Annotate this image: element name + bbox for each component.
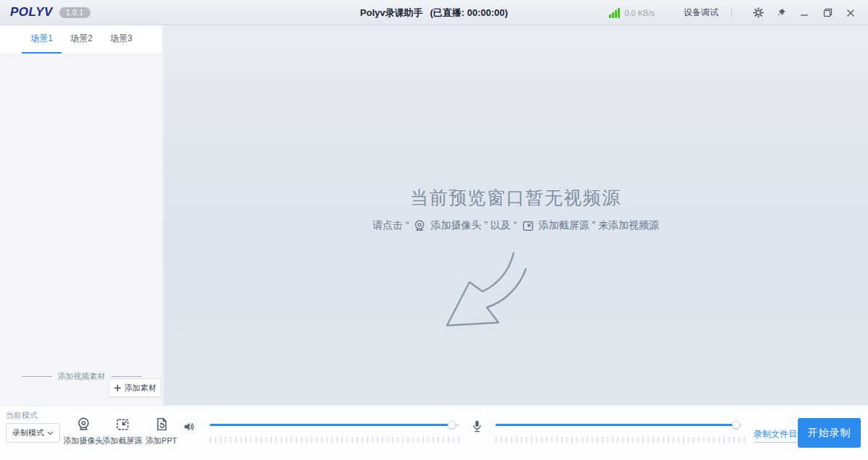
tab-scene-3[interactable]: 场景3 <box>101 25 141 54</box>
speaker-icon[interactable] <box>182 420 195 436</box>
scene-sidebar: 场景1 场景2 场景3 添加视频素材 添加素材 <box>0 25 163 405</box>
device-debug-button[interactable]: 设备调试 <box>684 7 718 19</box>
empty-preview-hint: 请点击 “ 添加摄像头 ” 以及 “ 添加截屏源 ” 来添加视频源 <box>163 219 868 232</box>
live-duration: (已直播: 00:00:00) <box>430 7 509 20</box>
mic-level-meter <box>495 437 745 443</box>
add-camera-label: 添加摄像头 <box>64 435 103 446</box>
mic-slider-knob[interactable] <box>732 421 740 429</box>
tab-scene-2[interactable]: 场景2 <box>61 25 101 54</box>
settings-gear-icon[interactable] <box>749 4 767 22</box>
hint-prefix: 请点击 “ <box>373 219 409 232</box>
add-material-divider-label: 添加视频素材 <box>58 371 106 382</box>
start-record-button[interactable]: 开始录制 <box>798 418 861 448</box>
empty-preview-title: 当前预览窗口暂无视频源 <box>163 186 868 210</box>
add-material-button[interactable]: 添加素材 <box>109 378 161 397</box>
close-button[interactable] <box>842 4 859 22</box>
webcam-icon <box>76 417 91 432</box>
hint-middle: ” 以及 “ <box>484 219 516 232</box>
add-ppt-button[interactable]: 添加PPT <box>144 417 179 446</box>
title-bar-right: 0.0 KB/s 设备调试 <box>609 0 859 25</box>
screen-capture-icon <box>522 219 535 232</box>
polyv-logo: POLYV <box>10 5 53 20</box>
maximize-button[interactable] <box>819 4 836 22</box>
add-screen-label: 添加截屏源 <box>103 435 142 446</box>
polyv-recorder-window: POLYV 1.0.1 Polyv录课助手 (已直播: 00:00:00) 0.… <box>0 0 868 460</box>
scene-tab-bar: 场景1 场景2 场景3 <box>0 25 162 54</box>
pin-icon[interactable] <box>773 4 790 22</box>
speaker-level-meter <box>210 437 463 443</box>
hint-suffix: ” 来添加视频源 <box>592 219 660 232</box>
add-screen-button[interactable]: 添加截屏源 <box>105 417 140 446</box>
hint-camera-label: 添加摄像头 <box>430 219 481 232</box>
plus-icon <box>114 384 122 392</box>
network-speed: 0.0 KB/s <box>624 9 655 17</box>
tab-scene-1[interactable]: 场景1 <box>22 25 61 54</box>
current-mode-label: 当前模式 <box>6 410 38 421</box>
mode-select[interactable]: 录制模式 <box>6 423 60 443</box>
hand-drawn-arrow <box>437 252 545 331</box>
ppt-icon <box>154 417 169 432</box>
speaker-volume-slider[interactable] <box>210 421 459 429</box>
screen-capture-icon <box>115 417 130 432</box>
speaker-slider-knob[interactable] <box>448 421 456 429</box>
control-bar: 当前模式 录制模式 添加摄像头 添加截屏源 <box>0 405 868 460</box>
add-camera-button[interactable]: 添加摄像头 <box>66 417 101 446</box>
version-badge: 1.0.1 <box>59 7 90 18</box>
add-material-label: 添加素材 <box>124 383 156 393</box>
window-title: Polyv录课助手 <box>360 7 423 20</box>
divider <box>731 8 732 18</box>
webcam-icon <box>413 219 426 232</box>
title-bar: POLYV 1.0.1 Polyv录课助手 (已直播: 00:00:00) 0.… <box>0 0 868 25</box>
source-buttons: 添加摄像头 添加截屏源 添加PPT <box>66 417 179 446</box>
hint-screen-label: 添加截屏源 <box>539 219 590 232</box>
mode-select-value: 录制模式 <box>12 427 44 438</box>
add-ppt-label: 添加PPT <box>145 435 176 446</box>
preview-area: 当前预览窗口暂无视频源 请点击 “ 添加摄像头 ” 以及 “ 添加截屏源 ” 来… <box>163 25 868 405</box>
minimize-button[interactable] <box>796 4 813 22</box>
network-signal-icon <box>609 8 620 18</box>
chevron-down-icon <box>47 431 54 435</box>
microphone-icon[interactable] <box>471 419 483 436</box>
mic-volume-slider[interactable] <box>495 421 741 429</box>
